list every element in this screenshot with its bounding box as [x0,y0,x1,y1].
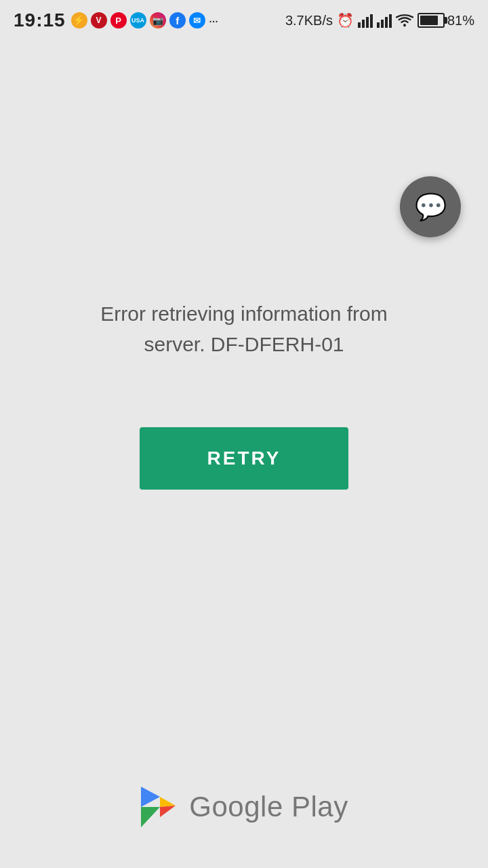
chat-icon: 💬 [415,192,447,222]
retry-section: RETRY [140,427,349,490]
status-bar: 19:15 ⚡ V P USA 📷 f ✉ ··· 3.7KB/s ⏰ [0,0,488,41]
status-bar-left: 19:15 ⚡ V P USA 📷 f ✉ ··· [14,9,218,31]
svg-rect-7 [389,14,392,28]
svg-rect-1 [362,20,365,28]
svg-rect-4 [377,22,380,28]
battery-container: 81% [418,13,474,28]
status-time: 19:15 [14,9,66,31]
main-content: 💬 Error retrieving information from serv… [0,41,488,868]
alarm-icon: ⏰ [337,12,354,28]
svg-point-8 [403,24,406,27]
svg-rect-5 [381,20,384,28]
svg-rect-6 [385,17,388,28]
status-bar-right: 3.7KB/s ⏰ 81% [285,12,474,28]
more-icons: ··· [209,13,218,28]
pinterest-icon: P [110,12,127,28]
usa-today-icon: USA [130,12,146,28]
signal-bar-2 [377,13,392,28]
svg-rect-0 [358,22,361,28]
svg-rect-2 [366,17,369,28]
messenger-icon: ✉ [189,12,205,28]
chat-fab-button[interactable]: 💬 [400,176,461,237]
wifi-icon [396,13,413,28]
instagram-icon: 📷 [150,12,166,28]
notification-icons: ⚡ V P USA 📷 f ✉ ··· [71,12,218,28]
svg-marker-11 [160,797,176,807]
svg-marker-10 [141,807,160,827]
battery-icon [418,13,445,28]
google-play-icon [140,787,177,827]
error-message: Error retrieving information from server… [68,298,420,359]
bottom-branding: Google Play [0,787,488,827]
svg-marker-9 [141,787,160,807]
signal-bar-1 [358,13,373,28]
svg-rect-3 [370,14,373,28]
network-speed: 3.7KB/s [285,13,333,28]
battery-fill [420,16,438,25]
svg-marker-12 [160,806,176,817]
facebook-icon: f [169,12,186,28]
battery-percent: 81% [447,13,474,28]
vivaldi-icon: V [91,12,107,28]
google-play-text: Google Play [189,791,348,823]
error-section: Error retrieving information from server… [27,298,461,359]
retry-button[interactable]: RETRY [140,427,349,490]
bolt-icon: ⚡ [71,12,87,28]
